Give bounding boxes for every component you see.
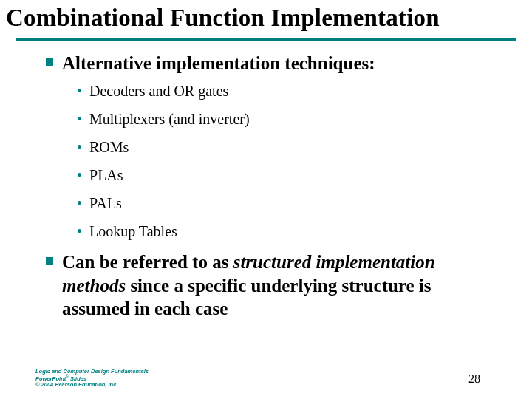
dot-bullet-icon: • (77, 196, 82, 211)
content-area: Alternative implementation techniques: •… (0, 41, 532, 320)
page-number: 28 (468, 372, 480, 386)
sub-bullet-item: • PLAs (77, 166, 502, 184)
dot-bullet-icon: • (77, 140, 82, 154)
square-bullet-icon (46, 257, 53, 265)
bullet-text: Can be referred to as structured impleme… (62, 250, 502, 320)
dot-bullet-icon: • (77, 112, 82, 126)
sub-bullet-text: Lookup Tables (89, 222, 177, 240)
bullet-level1: Alternative implementation techniques: (46, 52, 502, 75)
slide-title: Combinational Function Implementation (0, 0, 532, 32)
sub-bullet-text: ROMs (89, 138, 129, 156)
bullet-level1: Can be referred to as structured impleme… (46, 250, 502, 320)
sub-bullet-item: • Lookup Tables (77, 222, 502, 240)
footer-line3: © 2004 Pearson Education, Inc. (35, 382, 149, 389)
sub-bullet-text: PALs (89, 194, 122, 212)
sub-bullet-item: • Decoders and OR gates (77, 82, 502, 100)
sub-bullet-list: • Decoders and OR gates • Multiplexers (… (46, 82, 502, 240)
sub-bullet-item: • Multiplexers (and inverter) (77, 110, 502, 128)
dot-bullet-icon: • (77, 168, 82, 183)
sub-bullet-item: • PALs (77, 194, 502, 212)
sub-bullet-text: Decoders and OR gates (89, 82, 228, 100)
sub-bullet-text: Multiplexers (and inverter) (89, 110, 250, 128)
text-pre: Can be referred to as (62, 252, 233, 272)
dot-bullet-icon: • (77, 224, 82, 239)
bullet-text: Alternative implementation techniques: (62, 52, 375, 75)
dot-bullet-icon: • (77, 83, 82, 98)
sub-bullet-item: • ROMs (77, 138, 502, 156)
footer-copyright: Logic and Computer Design Fundamentals P… (35, 369, 149, 389)
sub-bullet-text: PLAs (89, 166, 123, 184)
square-bullet-icon (46, 58, 53, 66)
footer-line1: Logic and Computer Design Fundamentals (35, 369, 149, 375)
